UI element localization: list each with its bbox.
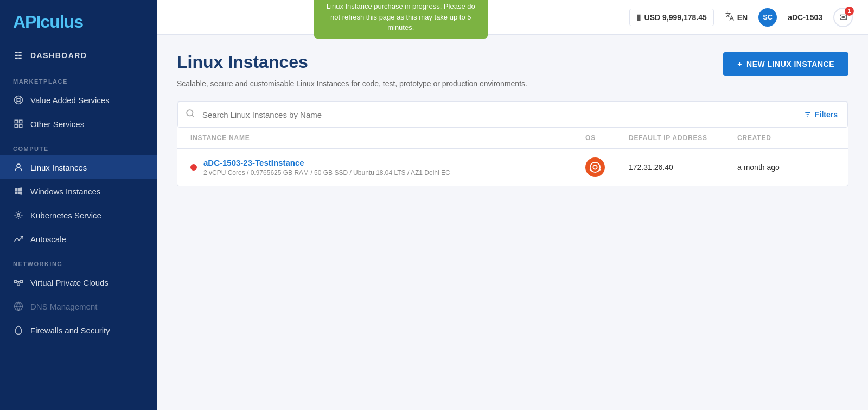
header-right: ▮ USD 9,999,178.45 EN SC aDC-1503 ✉ 1 — [629, 8, 853, 27]
logo-accent: API — [13, 12, 40, 31]
svg-line-3 — [20, 101, 21, 103]
instance-spec: 2 vCPU Cores / 0.9765625 GB RAM / 50 GB … — [203, 169, 450, 176]
value-added-icon — [13, 94, 24, 105]
balance-display: ▮ USD 9,999,178.45 — [629, 9, 714, 26]
user-name: aDC-1503 — [788, 13, 822, 22]
other-services-icon — [13, 118, 24, 129]
balance-value: USD 9,999,178.45 — [644, 13, 707, 22]
other-services-label: Other Services — [30, 119, 84, 129]
col-created: CREATED — [737, 134, 835, 142]
dns-label: DNS Management — [30, 302, 97, 311]
status-stopped-dot — [190, 164, 197, 171]
svg-point-26 — [595, 162, 596, 163]
page-title: Linux Instances — [177, 52, 308, 72]
brand-name: APIculus — [13, 12, 144, 32]
linux-instances-icon — [13, 162, 24, 173]
instance-name-cell: aDC-1503-23-TestInstance 2 vCPU Cores / … — [190, 158, 585, 176]
col-instance-name: INSTANCE NAME — [190, 134, 585, 142]
logo: APIculus — [0, 0, 157, 42]
sidebar-item-value-added-services[interactable]: Value Added Services — [0, 88, 157, 112]
svg-point-27 — [599, 169, 601, 171]
sidebar-item-dashboard[interactable]: ☷ DASHBOARD — [0, 42, 157, 68]
svg-line-5 — [16, 101, 17, 103]
svg-rect-9 — [20, 125, 22, 128]
svg-point-19 — [187, 110, 193, 116]
sidebar-item-linux-instances[interactable]: Linux Instances — [0, 155, 157, 179]
page-subtitle: Scalable, secure and customisable Linux … — [177, 79, 848, 88]
main-content: Linux Instance purchase in progress. Ple… — [157, 0, 868, 410]
instance-info: aDC-1503-23-TestInstance 2 vCPU Cores / … — [203, 158, 450, 176]
sidebar-item-firewalls[interactable]: Firewalls and Security — [0, 318, 157, 342]
autoscale-label: Autoscale — [30, 235, 66, 244]
autoscale-icon — [13, 234, 24, 244]
svg-rect-14 — [17, 283, 20, 286]
windows-instances-icon — [13, 186, 24, 197]
svg-point-24 — [590, 162, 600, 172]
value-added-services-label: Value Added Services — [30, 96, 110, 105]
instances-panel: Filters INSTANCE NAME OS DEFAULT IP ADDR… — [177, 101, 848, 186]
svg-line-2 — [16, 97, 17, 99]
windows-instances-label: Windows Instances — [30, 187, 100, 196]
ubuntu-icon — [585, 157, 605, 177]
dashboard-label: DASHBOARD — [30, 51, 87, 60]
search-input[interactable] — [202, 110, 794, 119]
page-title-block: Linux Instances — [177, 52, 308, 72]
vpc-label: Virtual Private Clouds — [30, 278, 108, 287]
svg-line-4 — [20, 97, 21, 99]
sidebar-item-vpc[interactable]: Virtual Private Clouds — [0, 270, 157, 294]
search-bar: Filters — [177, 102, 848, 128]
kubernetes-icon — [13, 210, 24, 220]
created-time: a month ago — [737, 163, 835, 172]
svg-line-20 — [192, 115, 194, 117]
firewalls-label: Firewalls and Security — [30, 326, 110, 335]
compute-section-label: COMPUTE — [0, 136, 157, 155]
svg-point-28 — [590, 169, 591, 171]
page-content: Linux Instances + NEW LINUX INSTANCE Sca… — [157, 35, 868, 410]
instance-name-link[interactable]: aDC-1503-23-TestInstance — [203, 158, 450, 167]
kubernetes-label: Kubernetes Service — [30, 211, 101, 220]
svg-rect-8 — [15, 125, 17, 128]
sidebar-item-kubernetes[interactable]: Kubernetes Service — [0, 203, 157, 227]
sidebar-item-autoscale[interactable]: Autoscale — [0, 227, 157, 251]
svg-point-1 — [17, 98, 20, 102]
svg-rect-12 — [15, 280, 17, 283]
new-linux-instance-button[interactable]: + NEW LINUX INSTANCE — [723, 52, 848, 76]
dns-icon — [13, 301, 24, 312]
networking-section-label: NETWORKING — [0, 251, 157, 270]
ip-address: 172.31.26.40 — [629, 163, 737, 172]
svg-rect-13 — [20, 280, 23, 283]
dashboard-icon: ☷ — [13, 50, 24, 61]
col-os: OS — [585, 134, 629, 142]
language-label: EN — [737, 13, 748, 22]
table-header: INSTANCE NAME OS DEFAULT IP ADDRESS CREA… — [177, 128, 848, 149]
filters-label: Filters — [815, 110, 838, 119]
toast-notification: Linux Instance purchase in progress. Ple… — [314, 0, 488, 39]
linux-instances-label: Linux Instances — [30, 163, 87, 172]
os-icon-cell — [585, 157, 629, 177]
search-icon — [178, 102, 202, 127]
marketplace-section-label: MARKETPLACE — [0, 68, 157, 88]
balance-icon: ▮ — [636, 12, 641, 22]
vpc-icon — [13, 277, 24, 288]
notification-badge: 1 — [845, 7, 854, 16]
svg-rect-6 — [15, 120, 17, 123]
notification-bell[interactable]: ✉ 1 — [833, 8, 853, 27]
plus-icon: + — [737, 60, 742, 68]
user-avatar[interactable]: SC — [758, 8, 777, 27]
firewalls-icon — [13, 325, 24, 336]
sidebar-item-dns: DNS Management — [0, 294, 157, 318]
translate-icon — [725, 11, 735, 23]
svg-point-11 — [17, 214, 20, 217]
table-row: aDC-1503-23-TestInstance 2 vCPU Cores / … — [177, 149, 848, 186]
language-selector[interactable]: EN — [725, 11, 748, 23]
filters-button[interactable]: Filters — [794, 104, 847, 125]
svg-point-10 — [17, 164, 20, 167]
sidebar: APIculus ☷ DASHBOARD MARKETPLACE Value A… — [0, 0, 157, 410]
svg-point-25 — [593, 165, 597, 169]
col-default-ip: DEFAULT IP ADDRESS — [629, 134, 737, 142]
header-center: Linux Instance purchase in progress. Ple… — [173, 0, 629, 39]
sidebar-item-windows-instances[interactable]: Windows Instances — [0, 179, 157, 203]
sidebar-item-other-services[interactable]: Other Services — [0, 112, 157, 136]
new-button-label: NEW LINUX INSTANCE — [746, 60, 834, 68]
svg-rect-7 — [20, 120, 22, 123]
